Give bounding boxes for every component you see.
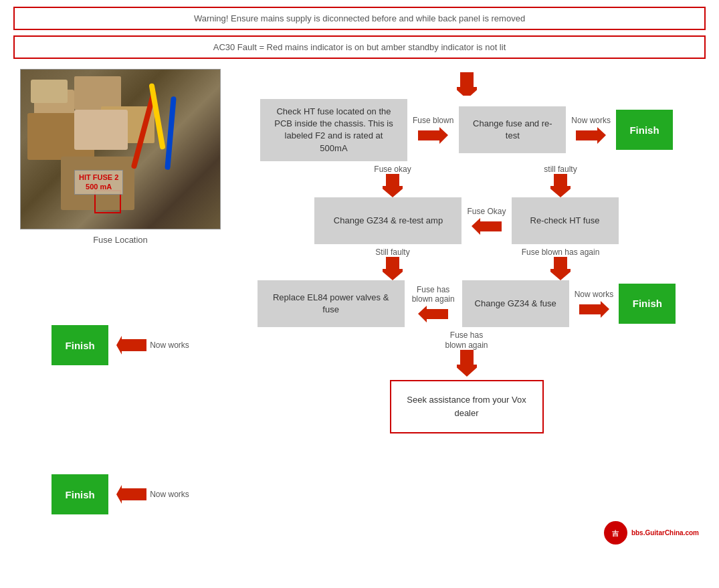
- svg-marker-11: [579, 301, 609, 318]
- fault-text: AC30 Fault = Red mains indicator is on b…: [213, 42, 506, 52]
- flowchart-area: Check HT fuse located on the PCB inside …: [227, 69, 706, 433]
- svg-marker-2: [457, 72, 477, 96]
- still-faulty-2-label: Still faulty: [375, 248, 409, 257]
- fuse-has-blown-again-label: Fuse has blown again: [410, 285, 457, 304]
- footer: 吉 bbs.GuitarChina.com: [13, 521, 706, 545]
- arrow-right-3: [579, 301, 609, 318]
- finish-button-left-1: Finish: [52, 325, 108, 365]
- fuse-box-label: HIT FUSE 2 500 mA: [74, 170, 123, 195]
- change-fuse-retest-box: Change fuse and re-test: [459, 106, 566, 153]
- svg-marker-8: [383, 257, 403, 280]
- svg-marker-3: [418, 127, 448, 144]
- logo-text: bbs.GuitarChina.com: [631, 529, 699, 536]
- arrow-down-3: [383, 257, 403, 280]
- fuse-image: HIT FUSE 2 500 mA: [20, 69, 221, 229]
- svg-marker-6: [550, 174, 571, 197]
- arrow-left-2: [116, 485, 146, 504]
- fuse-blown-label: Fuse blown: [413, 116, 453, 125]
- arrow-down-2: [550, 174, 571, 197]
- fuse-image-inner: HIT FUSE 2 500 mA: [21, 70, 220, 229]
- seek-assistance-box: Seek assistance from your Vox dealer: [390, 380, 544, 433]
- svg-text:吉: 吉: [612, 530, 619, 537]
- check-ht-fuse-box: Check HT fuse located on the PCB inside …: [260, 99, 407, 161]
- warning-box: Warning! Ensure mains supply is diconnec…: [13, 7, 706, 30]
- svg-marker-10: [418, 306, 448, 322]
- svg-marker-4: [576, 127, 606, 144]
- change-gz34-fuse-box: Change GZ34 & fuse: [462, 280, 569, 327]
- svg-marker-7: [472, 218, 502, 235]
- arrow-down-5: [457, 350, 477, 377]
- finish-button-right-2: Finish: [619, 284, 676, 324]
- fuse-okay-2-label: Fuse Okay: [467, 207, 506, 216]
- fuse-blown-again-2-label: Fuse hasblown again: [445, 330, 488, 350]
- finish-button-right-1: Finish: [616, 110, 673, 150]
- svg-marker-5: [383, 174, 403, 197]
- fuse-okay-label: Fuse okay: [374, 165, 411, 174]
- logo-circle: 吉: [604, 521, 627, 545]
- left-section: HIT FUSE 2 500 mA Fuse Location Finish: [13, 69, 227, 514]
- replace-el84-box: Replace EL84 power valves & fuse: [258, 280, 405, 327]
- fuse-blown-again-label: Fuse blown has again: [522, 248, 600, 257]
- recheck-ht-fuse-box: Re-check HT fuse: [512, 197, 619, 244]
- arrow-down-1: [383, 174, 403, 197]
- now-works-label-4: Now works: [575, 290, 614, 299]
- arrow-right-1: [418, 127, 448, 144]
- svg-marker-0: [116, 336, 146, 355]
- arrow-right-2: [576, 127, 606, 144]
- page-wrapper: Warning! Ensure mains supply is diconnec…: [0, 0, 719, 558]
- finish-button-left-2: Finish: [52, 474, 108, 514]
- fault-box: AC30 Fault = Red mains indicator is on b…: [13, 35, 706, 59]
- arrow-left-1: [116, 336, 146, 355]
- footer-logo-area: 吉 bbs.GuitarChina.com: [604, 521, 699, 545]
- arrow-down-0: [457, 72, 477, 96]
- svg-marker-9: [550, 257, 571, 280]
- logo-icon: 吉: [608, 526, 623, 541]
- svg-marker-12: [457, 350, 477, 377]
- warning-text: Warning! Ensure mains supply is diconnec…: [194, 13, 525, 23]
- now-works-label-2: Now works: [150, 340, 189, 350]
- now-works-label-1: Now works: [571, 116, 611, 125]
- arrow-down-4: [550, 257, 571, 280]
- arrow-left-3: [472, 218, 502, 235]
- still-faulty-label: still faulty: [544, 165, 577, 174]
- svg-marker-1: [116, 485, 146, 504]
- change-gz34-retest-box: Change GZ34 & re-test amp: [314, 197, 461, 244]
- arrow-left-4: [418, 306, 448, 322]
- fuse-location-label: Fuse Location: [93, 235, 148, 245]
- now-works-label-3: Now works: [150, 490, 189, 499]
